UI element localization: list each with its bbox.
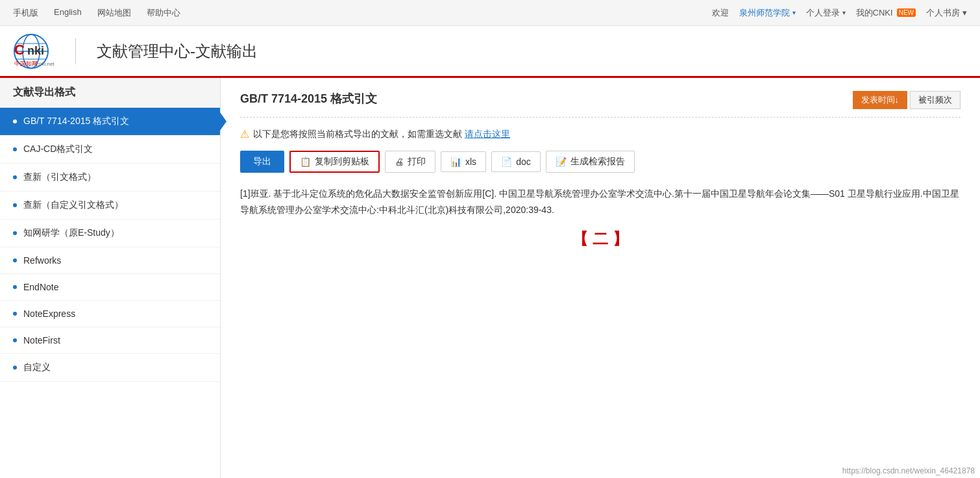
content-area: GB/T 7714-2015 格式引文 发表时间↓ 被引频次 ⚠ 以下是您将按照… bbox=[221, 78, 980, 478]
sidebar-bullet-chaxin2 bbox=[13, 203, 17, 207]
help-link[interactable]: 帮助中心 bbox=[147, 7, 180, 19]
citation-content: [1]班亚. 基于北斗定位系统的危化品大数据安全监管创新应用[C]. 中国卫星导… bbox=[240, 186, 961, 253]
sort-area: 发表时间↓ 被引频次 bbox=[853, 91, 961, 109]
report-button[interactable]: 📝 生成检索报告 bbox=[546, 151, 635, 173]
personal-chevron-icon: ▾ bbox=[842, 9, 846, 16]
sort-by-citation-button[interactable]: 被引频次 bbox=[910, 91, 961, 109]
copy-icon: 📋 bbox=[300, 157, 311, 167]
sidebar-bullet-noteexpress bbox=[13, 312, 17, 316]
xls-icon: 📊 bbox=[450, 157, 461, 167]
notice-link[interactable]: 请点击这里 bbox=[465, 129, 510, 140]
top-nav-right: 欢迎 泉州师范学院 ▾ 个人登录 ▾ 我的CNKI NEW 个人书房 ▾ bbox=[712, 7, 967, 19]
mycnki-label: 我的CNKI bbox=[856, 7, 893, 19]
new-badge: NEW bbox=[897, 8, 916, 17]
library-button[interactable]: 个人书房 ▾ bbox=[926, 7, 967, 19]
sidebar-item-gbt[interactable]: GB/T 7714-2015 格式引文 bbox=[0, 108, 220, 136]
xls-label: xls bbox=[465, 157, 476, 167]
sidebar-bullet-gbt bbox=[13, 120, 17, 123]
doc-label: doc bbox=[516, 157, 531, 167]
print-button[interactable]: 🖨 打印 bbox=[385, 151, 435, 173]
top-nav-left: 手机版 English 网站地图 帮助中心 bbox=[13, 7, 180, 19]
sidebar-item-zhiwang-label: 知网研学（原E-Study） bbox=[23, 227, 119, 239]
report-label: 生成检索报告 bbox=[570, 156, 625, 168]
institution-name: 泉州师范学院 bbox=[739, 7, 790, 19]
sidebar-bullet-cajcd bbox=[13, 147, 17, 151]
sort-by-date-button[interactable]: 发表时间↓ bbox=[853, 91, 908, 109]
top-navigation: 手机版 English 网站地图 帮助中心 欢迎 泉州师范学院 ▾ 个人登录 ▾… bbox=[0, 0, 980, 26]
warning-icon: ⚠ bbox=[240, 128, 249, 140]
svg-text:cnki.net: cnki.net bbox=[36, 61, 55, 67]
mycnki-button[interactable]: 我的CNKI NEW bbox=[856, 7, 916, 19]
sidebar-item-chaxin2-label: 查新（自定义引文格式） bbox=[23, 199, 123, 211]
english-link[interactable]: English bbox=[54, 7, 82, 19]
svg-text:C: C bbox=[14, 42, 25, 58]
action-bar: 导出 📋 复制到剪贴板 🖨 打印 📊 xls 📄 doc 📝 生成检索报告 bbox=[240, 151, 961, 173]
sidebar-item-cajcd[interactable]: CAJ-CD格式引文 bbox=[0, 136, 220, 164]
personal-login-button[interactable]: 个人登录 ▾ bbox=[806, 7, 846, 19]
section-title: GB/T 7714-2015 格式引文 bbox=[240, 91, 853, 114]
doc-icon: 📄 bbox=[501, 157, 512, 167]
notice-bar: ⚠ 以下是您将按照当前格式导出的文献，如需重选文献 请点击这里 bbox=[240, 128, 961, 140]
xls-button[interactable]: 📊 xls bbox=[441, 151, 486, 172]
sidebar-item-notefirst-label: NoteFirst bbox=[23, 335, 60, 346]
svg-text:中国知网: 中国知网 bbox=[14, 60, 38, 67]
sidebar-bullet-zhiwang bbox=[13, 231, 17, 235]
sidebar-title: 文献导出格式 bbox=[0, 78, 220, 108]
personal-login-label: 个人登录 bbox=[806, 7, 840, 19]
sidebar-item-custom-label: 自定义 bbox=[23, 362, 51, 373]
institution-chevron-icon: ▾ bbox=[792, 9, 796, 16]
report-icon: 📝 bbox=[556, 157, 567, 167]
sidebar-item-noteexpress-label: NoteExpress bbox=[23, 308, 75, 319]
sidebar-item-notefirst[interactable]: NoteFirst bbox=[0, 327, 220, 354]
sidebar-item-noteexpress[interactable]: NoteExpress bbox=[0, 301, 220, 327]
sidebar-item-gbt-label: GB/T 7714-2015 格式引文 bbox=[23, 116, 129, 127]
library-chevron-icon: ▾ bbox=[962, 8, 967, 18]
sidebar-item-refworks-label: Refworks bbox=[23, 255, 61, 266]
doc-button[interactable]: 📄 doc bbox=[491, 151, 541, 172]
sidebar-bullet-endnote bbox=[13, 285, 17, 289]
print-label: 打印 bbox=[408, 156, 426, 168]
notice-text: 以下是您将按照当前格式导出的文献，如需重选文献 bbox=[253, 129, 462, 140]
sidebar-bullet-notefirst bbox=[13, 338, 17, 342]
header-divider bbox=[75, 38, 76, 64]
page-title: 文献管理中心-文献输出 bbox=[97, 41, 258, 62]
sidebar-item-endnote[interactable]: EndNote bbox=[0, 274, 220, 301]
export-button[interactable]: 导出 bbox=[240, 151, 284, 173]
cnki-logo[interactable]: C nki 中国知网 cnki.net bbox=[13, 32, 55, 71]
sitemap-link[interactable]: 网站地图 bbox=[97, 7, 131, 19]
welcome-text: 欢迎 bbox=[712, 7, 729, 19]
sidebar-bullet-refworks bbox=[13, 258, 17, 262]
sidebar-bullet-custom bbox=[13, 366, 17, 370]
sidebar-item-refworks[interactable]: Refworks bbox=[0, 247, 220, 274]
sidebar-item-custom[interactable]: 自定义 bbox=[0, 354, 220, 382]
header: C nki 中国知网 cnki.net 文献管理中心-文献输出 bbox=[0, 26, 980, 78]
sidebar-item-chaxin1-label: 查新（引文格式） bbox=[23, 171, 96, 183]
footer-url: https://blog.csdn.net/weixin_46421878 bbox=[837, 464, 980, 478]
sidebar-item-endnote-label: EndNote bbox=[23, 282, 58, 292]
citation-text: [1]班亚. 基于北斗定位系统的危化品大数据安全监管创新应用[C]. 中国卫星导… bbox=[240, 186, 961, 218]
sidebar-item-chaxin1[interactable]: 查新（引文格式） bbox=[0, 164, 220, 192]
library-label: 个人书房 bbox=[926, 7, 960, 19]
annotation-text: 【 二 】 bbox=[240, 225, 961, 253]
sidebar-item-cajcd-label: CAJ-CD格式引文 bbox=[23, 144, 93, 155]
mobile-link[interactable]: 手机版 bbox=[13, 7, 38, 19]
logo-area: C nki 中国知网 cnki.net 文献管理中心-文献输出 bbox=[13, 32, 258, 71]
print-icon: 🖨 bbox=[395, 157, 404, 167]
sidebar-item-chaxin2[interactable]: 查新（自定义引文格式） bbox=[0, 192, 220, 220]
copy-label: 复制到剪贴板 bbox=[315, 156, 369, 168]
cnki-logo-icon: C nki 中国知网 cnki.net bbox=[13, 32, 55, 71]
institution-selector[interactable]: 泉州师范学院 ▾ bbox=[739, 7, 796, 19]
sidebar-item-zhiwang[interactable]: 知网研学（原E-Study） bbox=[0, 220, 220, 247]
sidebar: 文献导出格式 GB/T 7714-2015 格式引文 CAJ-CD格式引文 查新… bbox=[0, 78, 221, 478]
svg-text:nki: nki bbox=[27, 44, 44, 57]
copy-to-clipboard-button[interactable]: 📋 复制到剪贴板 bbox=[289, 151, 380, 173]
sidebar-bullet-chaxin1 bbox=[13, 175, 17, 179]
main-layout: 文献导出格式 GB/T 7714-2015 格式引文 CAJ-CD格式引文 查新… bbox=[0, 78, 980, 478]
